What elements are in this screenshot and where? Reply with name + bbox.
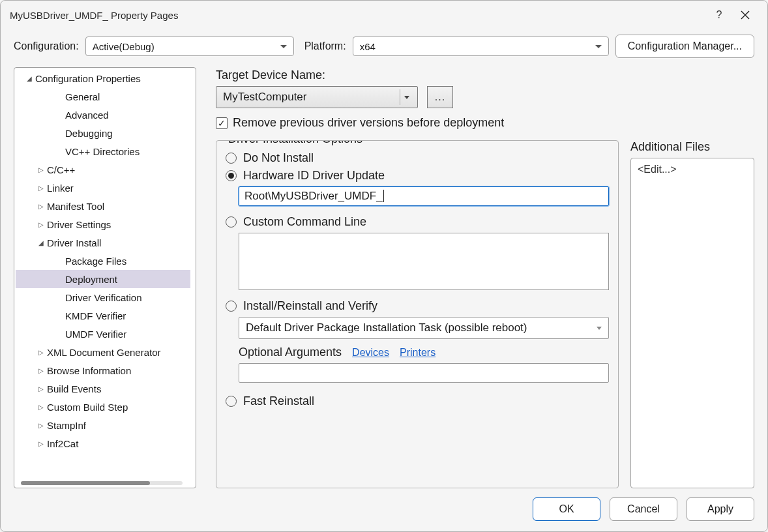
install-task-combo[interactable]: Default Driver Package Installation Task… xyxy=(239,317,609,339)
devices-link[interactable]: Devices xyxy=(352,347,389,359)
configuration-label: Configuration: xyxy=(14,40,79,52)
property-pages-dialog: MyUSBDriver_UMDF_ Property Pages ? Confi… xyxy=(0,0,768,532)
cancel-button[interactable]: Cancel xyxy=(610,497,677,521)
tree-item-label: C/C++ xyxy=(47,164,75,175)
window-title: MyUSBDriver_UMDF_ Property Pages xyxy=(10,10,706,21)
remove-previous-row[interactable]: ✓ Remove previous driver versions before… xyxy=(216,116,754,130)
tree-arrow-icon: ▷ xyxy=(37,367,46,374)
additional-files-label: Additional Files xyxy=(630,140,754,154)
driver-install-options-legend: Driver Installation Options xyxy=(224,140,366,146)
tree-item-label: Driver Verification xyxy=(65,292,142,303)
close-button[interactable] xyxy=(732,5,758,25)
optional-arguments-input[interactable] xyxy=(239,363,609,383)
driver-install-options-group: Driver Installation Options Do Not Insta… xyxy=(216,140,619,488)
tree-item[interactable]: Driver Verification xyxy=(16,288,190,306)
remove-previous-label: Remove previous driver versions before d… xyxy=(233,116,504,130)
tree-item[interactable]: Advanced xyxy=(16,106,190,124)
radio-icon xyxy=(226,216,237,228)
tree-item[interactable]: Deployment xyxy=(16,270,190,288)
radio-install-verify[interactable]: Install/Reinstall and Verify xyxy=(226,299,609,313)
tree-item[interactable]: UMDF Verifier xyxy=(16,325,190,343)
tree-item-label: Deployment xyxy=(65,274,117,285)
ok-button[interactable]: OK xyxy=(533,497,600,521)
tree-item-label: UMDF Verifier xyxy=(65,329,126,340)
tree-arrow-icon: ▷ xyxy=(37,404,46,411)
target-device-combo[interactable]: MyTestComputer xyxy=(216,86,418,108)
text-caret xyxy=(383,190,384,202)
tree-item-label: Driver Settings xyxy=(47,219,111,230)
hardware-id-input[interactable]: Root\MyUSBDriver_UMDF_ xyxy=(239,186,609,206)
tree-arrow-icon: ▷ xyxy=(37,440,46,447)
radio-icon xyxy=(226,301,237,312)
tree-item[interactable]: Debugging xyxy=(16,124,190,142)
tree-item-label: Debugging xyxy=(65,128,113,139)
tree-item[interactable]: VC++ Directories xyxy=(16,142,190,160)
platform-combo[interactable]: x64 xyxy=(353,37,609,56)
tree-item[interactable]: ▷Custom Build Step xyxy=(16,398,190,416)
tree-item-label: Browse Information xyxy=(47,365,131,376)
chevron-down-icon xyxy=(404,96,409,99)
tree-item-label: Build Events xyxy=(47,383,101,394)
target-device-value: MyTestComputer xyxy=(223,91,306,104)
nav-tree-container: ◢Configuration PropertiesGeneralAdvanced… xyxy=(14,67,196,488)
tree-item-label: Manifest Tool xyxy=(47,201,104,212)
optional-arguments-label: Optional Arguments xyxy=(239,346,342,359)
tree-arrow-icon: ▷ xyxy=(37,203,46,210)
close-icon xyxy=(741,10,750,20)
nav-tree[interactable]: ◢Configuration PropertiesGeneralAdvanced… xyxy=(16,69,190,479)
tree-item[interactable]: ▷StampInf xyxy=(16,416,190,434)
tree-item-label: XML Document Generator xyxy=(47,347,161,358)
tree-arrow-icon: ▷ xyxy=(37,349,46,356)
dialog-body: ◢Configuration PropertiesGeneralAdvanced… xyxy=(1,65,767,488)
tree-item[interactable]: ▷Linker xyxy=(16,179,190,197)
tree-item-label: Inf2Cat xyxy=(47,438,78,449)
configuration-combo[interactable]: Active(Debug) xyxy=(85,37,294,56)
printers-link[interactable]: Printers xyxy=(400,347,436,359)
tree-hscrollbar[interactable] xyxy=(21,481,183,485)
tree-item[interactable]: ▷Manifest Tool xyxy=(16,197,190,215)
dialog-footer: OK Cancel Apply xyxy=(1,488,767,531)
radio-do-not-install[interactable]: Do Not Install xyxy=(226,151,609,165)
tree-item-label: General xyxy=(65,91,100,102)
target-device-label: Target Device Name: xyxy=(216,68,754,82)
help-button[interactable]: ? xyxy=(706,5,732,25)
tree-item[interactable]: ▷Inf2Cat xyxy=(16,434,190,452)
tree-item[interactable]: ◢Driver Install xyxy=(16,233,190,252)
custom-cmdline-input[interactable] xyxy=(239,233,609,290)
radio-icon xyxy=(226,153,237,164)
radio-hardware-id[interactable]: Hardware ID Driver Update xyxy=(226,169,609,183)
tree-item[interactable]: ▷Browse Information xyxy=(16,361,190,379)
tree-arrow-icon: ▷ xyxy=(37,385,46,392)
tree-arrow-icon: ◢ xyxy=(25,75,34,82)
tree-item-label: Package Files xyxy=(65,256,126,267)
tree-item[interactable]: KMDF Verifier xyxy=(16,306,190,325)
tree-item[interactable]: ▷Driver Settings xyxy=(16,215,190,233)
tree-item-label: Configuration Properties xyxy=(35,73,141,84)
tree-item-label: Driver Install xyxy=(47,237,101,248)
browse-target-button[interactable]: ... xyxy=(427,86,453,108)
config-row: Configuration: Active(Debug) Platform: x… xyxy=(1,29,767,65)
tree-item[interactable]: Package Files xyxy=(16,252,190,270)
configuration-value: Active(Debug) xyxy=(93,41,155,52)
tree-item[interactable]: ▷C/C++ xyxy=(16,160,190,179)
additional-files-panel: Additional Files <Edit...> xyxy=(630,140,754,488)
apply-button[interactable]: Apply xyxy=(687,497,754,521)
tree-arrow-icon: ▷ xyxy=(37,185,46,192)
tree-item[interactable]: ◢Configuration Properties xyxy=(16,69,190,87)
tree-arrow-icon: ▷ xyxy=(37,221,46,228)
tree-arrow-icon: ▷ xyxy=(37,422,46,429)
radio-fast-reinstall[interactable]: Fast Reinstall xyxy=(226,394,609,408)
tree-hscroll-thumb[interactable] xyxy=(21,481,150,485)
tree-arrow-icon: ▷ xyxy=(37,166,46,173)
tree-item-label: Advanced xyxy=(65,110,109,121)
tree-item-label: Linker xyxy=(47,183,74,194)
radio-custom-cmdline[interactable]: Custom Command Line xyxy=(226,215,609,229)
additional-files-box[interactable]: <Edit...> xyxy=(630,158,754,488)
tree-item[interactable]: ▷Build Events xyxy=(16,379,190,398)
tree-item-label: Custom Build Step xyxy=(47,402,128,413)
tree-item[interactable]: General xyxy=(16,87,190,106)
configuration-manager-button[interactable]: Configuration Manager... xyxy=(615,35,754,58)
tree-item[interactable]: ▷XML Document Generator xyxy=(16,343,190,361)
titlebar: MyUSBDriver_UMDF_ Property Pages ? xyxy=(1,1,767,29)
remove-previous-checkbox[interactable]: ✓ xyxy=(216,117,228,129)
